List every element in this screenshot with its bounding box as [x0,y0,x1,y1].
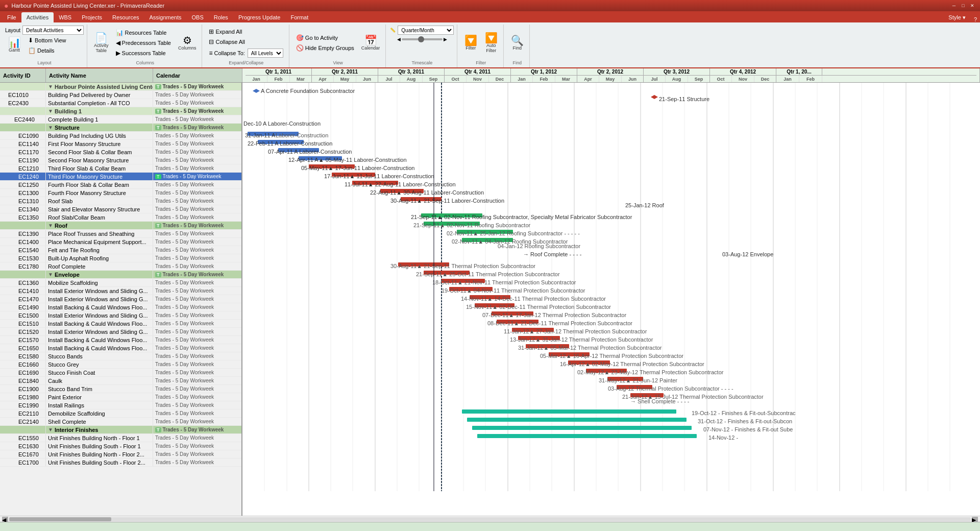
table-row[interactable]: EC1580 Stucco Bands Trades - 5 Day Workw… [0,352,241,360]
tab-roles[interactable]: Roles [209,12,233,22]
gantt-svg: A Concrete Foundation Subcontractor 21-S… [242,83,972,491]
table-row[interactable]: EC1210 Third Floor Slab & Collar Beam Tr… [0,164,241,173]
table-row[interactable]: EC1190 Second Floor Masonry Structure Tr… [0,156,241,164]
tab-format[interactable]: Format [285,12,313,22]
building1-group-row[interactable]: ▼Building 1 TTrades - 5 Day Workweek [0,107,241,115]
table-row[interactable]: EC1700 Unit Finishes Building South - Fl… [0,458,241,467]
collapse-to-button[interactable]: ≡ Collapse To: All Levels [206,47,285,59]
collapse-to-dropdown[interactable]: All Levels [248,49,283,58]
table-row[interactable]: EC2440 Complete Building 1 Trades - 5 Da… [0,115,241,124]
tab-style[interactable]: Style ▾ [943,12,971,22]
successors-table-button[interactable]: ▶ Successors Table [113,49,174,58]
table-row[interactable]: EC1250 Fourth Floor Slab & Collar Beam T… [0,181,241,189]
table-row[interactable]: EC1840 Caulk Trades - 5 Day Workweek [0,377,241,385]
table-row[interactable]: EC1660 Stucco Grey Trades - 5 Day Workwe… [0,360,241,369]
interior-finishes-group-row[interactable]: ▼Interior Finishes TTrades - 5 Day Workw… [0,426,241,434]
table-row[interactable]: EC1400 Place Mechanical Equipment Suppor… [0,238,241,246]
table-row[interactable]: EC1300 Fourth Floor Masonry Structure Tr… [0,189,241,197]
table-row[interactable]: EC1310 Roof Slab Trades - 5 Day Workweek [0,197,241,205]
view-group: 🎯 Go to Activity 🚫 Hide Empty Groups 📅 C… [290,25,386,67]
table-row[interactable]: EC1170 Second Floor Slab & Collar Beam T… [0,148,241,156]
table-row[interactable]: EC1010 Building Pad Delivered by Owner T… [0,91,241,99]
gantt-button[interactable]: 📊 Gantt [5,36,23,54]
activity-table-button[interactable]: 📄 Activity Table [91,31,111,55]
table-row[interactable]: EC1650 Install Backing & Cauld Windows F… [0,344,241,352]
table-row[interactable]: EC1490 Install Backing & Cauld Windows F… [0,303,241,311]
table-row[interactable]: EC1470 Install Exterior Windows and Slid… [0,295,241,303]
gantt-label: 25-Jan-12 Roof [625,202,665,208]
bottom-view-button[interactable]: ⬇ Bottom View [26,36,69,45]
timescale-dropdown[interactable]: Quarter/Month [398,26,454,35]
horizontal-scrollbar[interactable]: ◀ ▶ [0,516,980,522]
tab-activities[interactable]: Activities [21,12,54,22]
predecessors-table-button[interactable]: ◀ Predecessors Table [113,38,174,47]
table-row[interactable]: EC1520 Install Exterior Windows and Slid… [0,328,241,336]
table-row[interactable]: EC2430 Substantial Completion - All TCO … [0,99,241,107]
maximize-btn[interactable]: □ [960,2,967,9]
layout-dropdown[interactable]: Default Activities [22,26,84,35]
table-row[interactable]: EC2110 Demobilize Scaffolding Trades - 5… [0,409,241,418]
details-button[interactable]: 📋 Details [26,46,69,55]
table-row[interactable]: EC1090 Building Pad Including UG Utils T… [0,132,241,140]
status-bar [0,522,980,531]
project-header-row[interactable]: ▼Harbour Pointe Assisted Living Center T… [0,83,241,91]
table-row[interactable]: EC1390 Place Roof Trusses and Sheathing … [0,230,241,238]
table-row[interactable]: EC1350 Roof Slab/Collar Beam Trades - 5 … [0,213,241,222]
timescale-slider: ◀ ▶ [397,37,447,42]
roof-group-row[interactable]: ▼Roof TTrades - 5 Day Workweek [0,222,241,230]
window-title: Harbour Pointe Assisted Living Center.xe… [11,3,164,9]
hide-empty-groups-button[interactable]: 🚫 Hide Empty Groups [293,43,357,53]
tab-assignments[interactable]: Assignments [144,12,187,22]
table-row[interactable]: EC1630 Unit Finishes Building South - Fl… [0,442,241,450]
help-icon[interactable]: ? [971,16,980,22]
table-row[interactable]: EC1410 Install Exterior Windows and Slid… [0,287,241,295]
gantt-label: 15-Nov-11▲ 02-Dec-11 Thermal Protection … [466,304,611,310]
tab-file[interactable]: File [2,12,21,22]
table-row[interactable]: EC1980 Paint Exterior Trades - 5 Day Wor… [0,393,241,401]
expand-all-button[interactable]: ⊞ Expand All [206,27,285,36]
table-row[interactable]: EC1340 Stair and Elevator Masonry Struct… [0,205,241,213]
scroll-left[interactable]: ◀ [2,517,8,522]
table-row[interactable]: EC1140 First Floor Masonry Structure Tra… [0,140,241,148]
tab-projects[interactable]: Projects [77,12,107,22]
collapse-all-button[interactable]: ⊟ Collapse All [206,37,285,46]
gantt-label: → Shell Complete - - - - [630,398,690,404]
auto-filter-button[interactable]: 🔽 Auto Filter [482,31,500,55]
structure-group-row[interactable]: ▼Structure TTrades - 5 Day Workweek [0,124,241,132]
table-row[interactable]: EC2140 Shell Complete Trades - 5 Day Wor… [0,418,241,426]
find-button[interactable]: 🔍 Find [508,34,526,52]
tab-wbs[interactable]: WBS [54,12,77,22]
tab-progress-update[interactable]: Progress Update [233,12,286,22]
filter-button[interactable]: 🔽 Filter [461,34,480,52]
layout-label: Layout [5,28,20,33]
table-row[interactable]: EC1530 Built-Up Asphalt Roofing Trades -… [0,254,241,262]
table-row[interactable]: EC1990 Install Railings Trades - 5 Day W… [0,401,241,409]
table-row[interactable]: EC1570 Install Backing & Cauld Windows F… [0,336,241,344]
ec1240-row[interactable]: EC1240 Third Floor Masonry Structure TTr… [0,173,241,181]
tab-obs[interactable]: OBS [187,12,209,22]
scroll-thumb [9,517,111,521]
table-row[interactable]: EC1780 Roof Complete Trades - 5 Day Work… [0,262,241,271]
gantt-label: 14-Nov-12 - [708,435,738,441]
minimize-btn[interactable]: ─ [950,2,958,9]
columns-button[interactable]: ⚙ Columns [176,34,199,52]
calendar-button[interactable]: 📅 Calendar [359,34,383,52]
table-row[interactable]: EC1360 Mobilize Scaffolding Trades - 5 D… [0,279,241,287]
table-row[interactable]: EC1690 Stucco Finish Coat Trades - 5 Day… [0,369,241,377]
calendar-header: Calendar [153,68,242,82]
envelope-group-row[interactable]: ▼Envelope TTrades - 5 Day Workweek [0,271,241,279]
table-row[interactable]: EC1550 Unit Finishes Building North - Fl… [0,434,241,442]
gantt-chart: A Concrete Foundation Subcontractor 21-S… [242,83,980,516]
filter-group: 🔽 Filter 🔽 Auto Filter Filter [458,25,504,67]
table-row[interactable]: EC1510 Install Backing & Cauld Windows F… [0,320,241,328]
scroll-right[interactable]: ▶ [972,517,978,522]
close-btn[interactable]: ✕ [969,2,976,9]
table-row[interactable]: EC1500 Install Exterior Windows and Slid… [0,311,241,320]
table-row[interactable]: EC1670 Unit Finishes Building North - Fl… [0,450,241,458]
activity-name-header: Activity Name [46,68,153,82]
go-to-activity-button[interactable]: 🎯 Go to Activity [293,33,357,42]
table-row[interactable]: EC1540 Felt and Tile Roofing Trades - 5 … [0,246,241,254]
resources-table-button[interactable]: 📊 Resources Table [113,28,174,37]
table-row[interactable]: EC1900 Stucco Band Trim Trades - 5 Day W… [0,385,241,393]
tab-resources[interactable]: Resources [107,12,144,22]
